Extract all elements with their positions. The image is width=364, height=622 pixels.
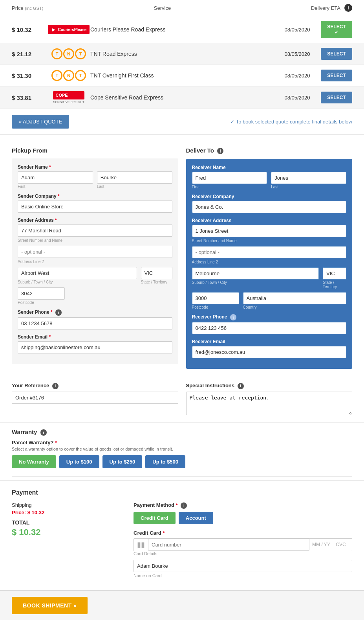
warranty-info-icon[interactable]: i <box>40 429 47 436</box>
receiver-suburb-field: Suburb / Town / City <box>192 267 319 289</box>
receiver-first-name-input[interactable] <box>192 172 267 184</box>
sender-address2-input[interactable] <box>18 246 172 258</box>
payment-summary: Shipping Price: $ 10.32 TOTAL $ 10.32 <box>12 502 122 578</box>
price-header: Price (inc GST) <box>12 5 67 11</box>
sender-state-field: State / Territory <box>141 267 172 284</box>
receiver-phone-input[interactable] <box>192 322 347 334</box>
credit-card-method-btn[interactable]: Credit Card <box>134 512 176 524</box>
sender-suburb-label: Suburb / Town / City <box>18 280 137 284</box>
quote-service-4: Cope Sensitive Road Express <box>90 94 274 101</box>
warranty-500-btn[interactable]: Up to $500 <box>145 455 185 468</box>
sender-suburb-input[interactable] <box>18 267 137 279</box>
payment-method-info-icon[interactable]: i <box>181 502 187 509</box>
pickup-title: Pickup From <box>12 147 178 154</box>
card-number-input[interactable] <box>148 539 309 551</box>
quote-price-4: $ 33.81 <box>12 94 47 101</box>
select-button-2[interactable]: SELECT <box>321 48 352 60</box>
quote-service-3: TNT Overnight First Class <box>90 72 274 79</box>
quote-delivery-2: 08/05/2020 <box>274 51 321 57</box>
receiver-country-field: Country <box>243 292 347 309</box>
receiver-address2-input[interactable] <box>192 246 347 258</box>
deliver-info-icon[interactable]: i <box>217 148 223 154</box>
payment-method-buttons: Credit Card Account <box>134 512 352 524</box>
deliver-column: Deliver To i Receiver Name First Last <box>186 147 353 369</box>
receiver-postcode-field: Postcode <box>192 292 239 309</box>
tnt2-t2: T <box>75 70 86 81</box>
quote-logo-3: T N T <box>47 70 90 81</box>
receiver-street-input[interactable] <box>192 225 347 237</box>
receiver-phone-label: Receiver Phone i <box>192 314 347 320</box>
receiver-phone-group: Receiver Phone i <box>192 314 347 334</box>
delivery-info-icon[interactable]: i <box>344 4 352 12</box>
card-name-field: Name on Card <box>134 560 352 578</box>
sender-street-input[interactable] <box>18 225 172 237</box>
quote-logo-2: T N T <box>47 48 90 59</box>
book-shipment-button[interactable]: BOOK SHIPMENT » <box>12 597 88 614</box>
sender-company-input[interactable] <box>18 201 172 213</box>
account-method-btn[interactable]: Account <box>179 512 213 524</box>
warranty-no-warranty-btn[interactable]: No Warranty <box>12 455 56 468</box>
sender-name-group: Sender Name * First Last <box>18 164 172 189</box>
select-button-1[interactable]: SELECT ✓ <box>321 21 352 38</box>
receiver-street-label: Street Number and Name <box>192 239 347 243</box>
quote-row-3: $ 31.30 T N T TNT Overnight First Class … <box>0 65 364 86</box>
receiver-suburb-input[interactable] <box>192 267 319 280</box>
select-button-4[interactable]: SELECT <box>321 92 352 103</box>
sender-state-input[interactable] <box>141 267 172 279</box>
shipping-price-value: $ 10.32 <box>27 510 44 515</box>
receiver-email-input[interactable] <box>192 346 347 358</box>
receiver-name-label: Receiver Name <box>192 165 347 170</box>
sender-suburb-field: Suburb / Town / City <box>18 267 137 284</box>
sender-last-name-input[interactable] <box>97 171 172 184</box>
tnt-t2: T <box>75 48 86 59</box>
sender-section: Sender Name * First Last <box>12 158 178 364</box>
cp-logo-text: CouriersPlease <box>58 28 87 32</box>
card-details-label: Card Details <box>134 551 352 556</box>
total-label: TOTAL <box>12 519 122 526</box>
credit-card-section: Credit Card * ▮▮ MM / YY CVC Card Detail… <box>134 530 352 578</box>
reference-info-icon[interactable]: i <box>52 383 59 389</box>
tnt-t1: T <box>51 48 62 59</box>
sender-first-name-field: First <box>18 171 93 189</box>
receiver-section: Receiver Name First Last Recei <box>186 159 353 369</box>
sender-email-label: Sender Email * <box>18 334 172 340</box>
sender-email-input[interactable] <box>18 341 172 353</box>
quote-delivery-4: 08/05/2020 <box>274 95 321 101</box>
warranty-parcel-label: Parcel Warranty? * <box>12 440 352 445</box>
warranty-100-btn[interactable]: Up to $100 <box>59 455 99 468</box>
special-instructions-col: Special Instructions i Please leave at r… <box>186 383 353 416</box>
divider-2 <box>12 476 352 477</box>
sender-phone-input[interactable] <box>18 317 172 329</box>
receiver-first-name-field: First <box>192 172 267 189</box>
receiver-address-group: Receiver Address Street Number and Name … <box>192 218 347 309</box>
warranty-250-btn[interactable]: Up to $250 <box>102 455 143 468</box>
receiver-country-input[interactable] <box>243 292 347 304</box>
sender-first-name-input[interactable] <box>18 171 93 184</box>
reference-instructions-section: Your Reference i Special Instructions i … <box>0 377 364 422</box>
sender-name-label: Sender Name * <box>18 164 172 170</box>
sender-address-label: Sender Address * <box>18 217 172 223</box>
cp-arrow-icon: ► <box>51 26 57 33</box>
receiver-address-label: Receiver Address <box>192 218 347 223</box>
select-button-3[interactable]: SELECT <box>321 70 352 81</box>
sender-state-label: State / Territory <box>141 280 172 284</box>
phone-info-icon[interactable]: i <box>55 309 62 316</box>
card-number-field-row: ▮▮ MM / YY CVC <box>134 538 352 551</box>
receiver-country-label: Country <box>243 305 347 309</box>
reference-input[interactable] <box>12 392 178 404</box>
sender-postcode-input[interactable] <box>18 287 65 300</box>
card-name-input[interactable] <box>134 560 352 572</box>
quote-service-2: TNT Road Express <box>90 51 274 57</box>
adjust-quote-button[interactable]: « ADJUST QUOTE <box>12 115 69 129</box>
payment-columns: Shipping Price: $ 10.32 TOTAL $ 10.32 Pa… <box>12 502 352 578</box>
receiver-last-name-input[interactable] <box>271 172 346 184</box>
receiver-postcode-input[interactable] <box>192 292 239 304</box>
special-instructions-info-icon[interactable]: i <box>238 383 244 389</box>
pickup-column: Pickup From Sender Name * First <box>12 147 178 369</box>
receiver-state-input[interactable] <box>323 267 346 280</box>
receiver-company-input[interactable] <box>192 201 347 213</box>
payment-title: Payment <box>12 489 352 496</box>
receiver-phone-info-icon[interactable]: i <box>230 314 236 320</box>
receiver-first-label: First <box>192 185 267 189</box>
special-instructions-input[interactable]: Please leave at reception. <box>186 392 353 415</box>
